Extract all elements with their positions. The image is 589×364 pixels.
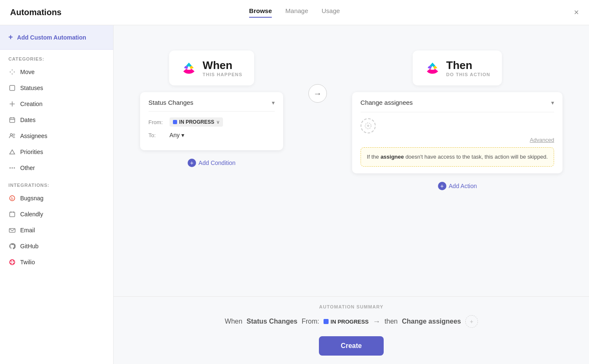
trigger-select[interactable]: Status Changes ▾	[149, 99, 275, 112]
app-title: Automations	[10, 8, 61, 17]
summary-from-text: From:	[302, 318, 319, 325]
sidebar-item-calendly[interactable]: Calendly	[0, 206, 113, 222]
sidebar-item-github[interactable]: GitHub	[0, 238, 113, 254]
sidebar-item-email[interactable]: Email	[0, 222, 113, 238]
summary-bar: AUTOMATION SUMMARY When Status Changes F…	[114, 296, 589, 328]
app-header: Automations Browse Manage Usage ×	[0, 0, 589, 25]
sidebar-item-assignees[interactable]: Assignees	[0, 128, 113, 144]
creation-icon	[8, 100, 16, 108]
svg-point-18	[10, 260, 15, 265]
sidebar-item-priorities[interactable]: Priorities	[0, 144, 113, 160]
categories-label: CATEGORIES:	[0, 50, 113, 64]
sidebar-item-move[interactable]: Move	[0, 64, 113, 80]
calendly-icon	[8, 210, 16, 218]
trigger-section: When THIS HAPPENS Status Changes ▾ From:	[140, 50, 283, 169]
add-custom-automation-button[interactable]: + Add Custom Automation	[0, 25, 113, 50]
action-select[interactable]: Change assignees ▾	[361, 99, 554, 112]
from-label: From:	[149, 119, 165, 125]
assignee-area	[361, 118, 554, 133]
to-chevron-icon: ▾	[181, 132, 184, 138]
sidebar-item-creation[interactable]: Creation	[0, 96, 113, 112]
warning-bold: assignee	[380, 154, 404, 160]
svg-point-22	[13, 263, 13, 263]
plus-icon: +	[8, 33, 13, 42]
sidebar-item-twilio-label: Twilio	[20, 259, 35, 266]
sidebar-item-creation-label: Creation	[20, 101, 42, 107]
svg-point-20	[13, 260, 13, 261]
move-icon	[8, 68, 16, 76]
warning-text-after: doesn't have access to the task, this ac…	[404, 154, 548, 160]
clickup-logo-when	[181, 60, 197, 76]
advanced-link[interactable]: Advanced	[361, 137, 554, 143]
bugsnag-icon: b	[8, 194, 16, 202]
from-status-badge[interactable]: IN PROGRESS ∨	[170, 117, 223, 127]
summary-assignee-plus-icon: +	[470, 318, 473, 325]
sidebar-item-statuses-label: Statuses	[20, 85, 43, 91]
dates-icon	[8, 116, 16, 124]
status-dot	[173, 120, 177, 124]
to-label: To:	[149, 132, 165, 138]
svg-point-19	[11, 260, 11, 261]
add-condition-icon: +	[188, 159, 196, 167]
sidebar-item-assignees-label: Assignees	[20, 133, 48, 139]
action-selected-value: Change assignees	[361, 99, 413, 106]
sidebar-item-calendly-label: Calendly	[20, 211, 43, 218]
summary-content: When Status Changes From: IN PROGRESS → …	[130, 315, 572, 328]
sidebar-item-move-label: Move	[20, 69, 34, 75]
summary-status-dot	[324, 319, 329, 324]
tab-browse[interactable]: Browse	[249, 7, 272, 18]
svg-point-11	[10, 167, 11, 169]
sidebar: + Add Custom Automation CATEGORIES: Move…	[0, 25, 114, 364]
close-button[interactable]: ×	[574, 8, 579, 17]
email-icon	[8, 226, 16, 234]
priorities-icon	[8, 148, 16, 156]
add-custom-automation-label: Add Custom Automation	[17, 34, 86, 41]
to-any-dropdown[interactable]: Any ▾	[170, 132, 184, 138]
sidebar-item-github-label: GitHub	[20, 243, 39, 250]
svg-rect-0	[10, 85, 15, 90]
header-tabs: Browse Manage Usage	[249, 7, 340, 18]
add-action-button[interactable]: + Add Action	[438, 180, 477, 192]
sidebar-item-bugsnag-label: Bugsnag	[20, 195, 43, 202]
sidebar-item-twilio[interactable]: Twilio	[0, 254, 113, 270]
then-subtitle: DO THIS ACTION	[446, 72, 491, 77]
svg-rect-3	[10, 118, 15, 122]
summary-arrow-icon: →	[373, 317, 380, 326]
sidebar-item-statuses[interactable]: Statuses	[0, 80, 113, 96]
add-condition-label: Add Condition	[199, 159, 236, 166]
trigger-selected-value: Status Changes	[149, 99, 194, 106]
github-icon	[8, 242, 16, 250]
summary-status-changes: Status Changes	[247, 318, 297, 325]
automation-builder: When THIS HAPPENS Status Changes ▾ From:	[114, 25, 589, 296]
add-assignee-icon	[365, 122, 371, 129]
tab-usage[interactable]: Usage	[322, 7, 340, 18]
summary-then-text: then	[385, 318, 398, 325]
create-button[interactable]: Create	[319, 336, 384, 356]
svg-text:b: b	[11, 197, 13, 201]
integrations-label: INTEGRATIONS:	[0, 176, 113, 190]
summary-change-assignees: Change assignees	[402, 318, 461, 325]
sidebar-item-other[interactable]: Other	[0, 160, 113, 176]
sidebar-item-dates-label: Dates	[20, 117, 36, 123]
warning-box: If the assignee doesn't have access to t…	[361, 147, 554, 167]
svg-point-7	[11, 134, 13, 136]
other-icon	[8, 164, 16, 172]
action-chevron-icon: ▾	[551, 99, 554, 106]
from-status-chevron-icon: ∨	[216, 120, 220, 125]
to-field-row: To: Any ▾	[149, 132, 275, 138]
add-assignee-button[interactable]	[361, 118, 376, 133]
svg-point-21	[11, 263, 11, 263]
tab-manage[interactable]: Manage	[285, 7, 308, 18]
when-subtitle: THIS HAPPENS	[203, 72, 243, 77]
add-condition-button[interactable]: + Add Condition	[188, 157, 236, 169]
warning-text-before: If the	[367, 154, 381, 160]
sidebar-item-dates[interactable]: Dates	[0, 112, 113, 128]
arrow-connector: →	[308, 50, 327, 103]
to-value: Any	[170, 132, 180, 138]
content-area: When THIS HAPPENS Status Changes ▾ From:	[114, 25, 589, 364]
sidebar-item-bugsnag[interactable]: b Bugsnag	[0, 190, 113, 206]
main-content: + Add Custom Automation CATEGORIES: Move…	[0, 25, 589, 364]
sidebar-item-email-label: Email	[20, 227, 35, 234]
assignees-icon	[8, 132, 16, 140]
create-button-row: Create	[114, 328, 589, 364]
